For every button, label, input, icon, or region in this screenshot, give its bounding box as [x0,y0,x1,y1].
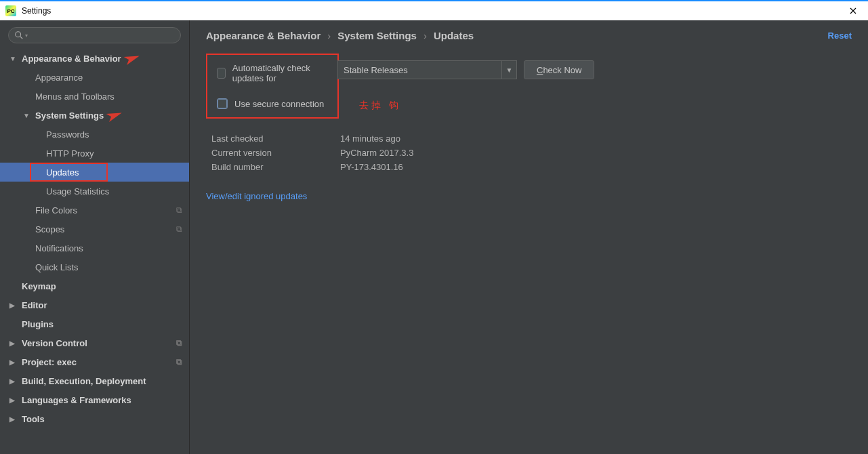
tree-item-label: Passwords [46,129,89,140]
tree-item-plugins[interactable]: Plugins [0,314,189,333]
annotation-arrow-icon: ➤ [121,49,142,68]
tree-item-build-execution-deployment[interactable]: ▶Build, Execution, Deployment [0,371,189,390]
tree-item-label: Notifications [35,243,83,253]
secure-connection-label: Use secure connection [234,99,324,109]
tree-item-menus-and-toolbars[interactable]: Menus and Toolbars [0,87,189,106]
tree-item-label: Editor [22,300,47,310]
chevron-right-icon: ▶ [9,302,18,309]
chevron-right-icon: ▶ [9,377,18,385]
search-dropdown-icon: ▾ [25,33,28,39]
search-input[interactable] [30,30,175,40]
tree-item-version-control[interactable]: ▶Version Control⧉ [0,333,189,352]
tree-item-label: Usage Statistics [46,186,109,197]
tree-item-tools[interactable]: ▶Tools [0,409,189,428]
tree-item-label: Appearance & Behavior [22,54,121,64]
tree-item-http-proxy[interactable]: HTTP Proxy [0,144,189,163]
app-icon: PC [5,5,16,16]
tree-item-appearance-behavior[interactable]: ▼Appearance & Behavior➤ [0,49,189,68]
breadcrumb: Appearance & Behavior › System Settings … [206,30,852,41]
annotation-text: 去掉 钩 [359,100,505,112]
tree-item-label: Tools [22,414,45,424]
build-number-value: PY-173.4301.16 [340,162,403,172]
tree-item-label: Version Control [22,338,87,348]
check-now-button[interactable]: Check Now [524,60,594,79]
tree-item-appearance[interactable]: Appearance [0,68,189,87]
reset-link[interactable]: Reset [828,30,852,41]
auto-check-updates-checkbox[interactable] [217,68,226,79]
last-checked-value: 14 minutes ago [340,133,400,144]
ignored-updates-link[interactable]: View/edit ignored updates [206,191,852,201]
breadcrumb-item[interactable]: Updates [434,30,474,41]
update-channel-select[interactable]: Stable Releases ▼ [337,60,517,79]
search-icon [14,30,24,40]
tree-item-notifications[interactable]: Notifications [0,239,189,257]
tree-item-usage-statistics[interactable]: Usage Statistics [0,182,189,201]
project-scope-icon: ⧉ [176,205,182,215]
project-scope-icon: ⧉ [176,224,182,234]
project-scope-icon: ⧉ [176,338,182,348]
chevron-down-icon: ▼ [501,61,516,79]
content-pane: Appearance & Behavior › System Settings … [190,20,868,454]
svg-point-0 [16,32,21,37]
window-title: Settings [22,6,51,16]
current-version-label: Current version [211,148,340,158]
build-number-label: Build number [211,162,340,172]
chevron-down-icon: ▼ [23,112,31,119]
tree-item-label: Project: exec [22,357,77,367]
update-channel-value: Stable Releases [344,65,408,75]
search-field[interactable]: ▾ [8,27,181,43]
tree-item-editor[interactable]: ▶Editor [0,295,189,314]
annotation-arrow-icon: ➤ [104,106,125,125]
titlebar: PC Settings [0,0,868,20]
tree-item-label: Keymap [22,281,56,291]
chevron-right-icon: ▶ [9,339,18,347]
breadcrumb-item[interactable]: Appearance & Behavior [206,30,321,41]
tree-item-label: Scopes [35,224,64,234]
chevron-right-icon: ▶ [9,358,18,366]
tree-item-keymap[interactable]: Keymap [0,276,189,295]
project-scope-icon: ⧉ [176,357,182,367]
tree-item-label: Plugins [22,319,54,329]
sidebar: ▾ ▼Appearance & Behavior➤AppearanceMenus… [0,20,190,454]
tree-item-languages-frameworks[interactable]: ▶Languages & Frameworks [0,390,189,409]
settings-tree: ▼Appearance & Behavior➤AppearanceMenus a… [0,47,189,454]
info-table: Last checked14 minutes ago Current versi… [211,133,852,176]
tree-item-quick-lists[interactable]: Quick Lists [0,257,189,276]
tree-item-label: Updates [46,167,79,178]
tree-item-file-colors[interactable]: File Colors⧉ [0,201,189,220]
chevron-right-icon: › [327,30,331,41]
tree-item-label: System Settings [35,110,104,121]
chevron-right-icon: › [423,30,427,41]
chevron-right-icon: ▶ [9,396,18,404]
chevron-right-icon: ▶ [9,415,18,423]
tree-item-label: HTTP Proxy [46,148,94,159]
secure-connection-checkbox[interactable] [217,98,228,109]
tree-item-label: Appearance [35,73,83,83]
last-checked-label: Last checked [211,133,340,144]
tree-item-system-settings[interactable]: ▼System Settings➤ [0,106,189,125]
breadcrumb-item[interactable]: System Settings [337,30,417,41]
tree-item-updates[interactable]: Updates [0,163,189,182]
annotation-box: Automatically check updates for Use secu… [206,54,339,119]
tree-item-scopes[interactable]: Scopes⧉ [0,220,189,239]
chevron-down-icon: ▼ [9,55,18,62]
tree-item-label: Quick Lists [35,262,79,272]
close-button[interactable] [838,1,868,20]
tree-item-label: Languages & Frameworks [22,395,131,405]
current-version-value: PyCharm 2017.3.3 [340,148,413,158]
tree-item-passwords[interactable]: Passwords [0,125,189,144]
tree-item-label: Menus and Toolbars [35,91,115,102]
close-icon [850,7,856,14]
tree-item-label: Build, Execution, Deployment [22,376,146,386]
tree-item-label: File Colors [35,205,77,215]
tree-item-project-exec[interactable]: ▶Project: exec⧉ [0,352,189,371]
auto-check-updates-label: Automatically check updates for [232,63,328,83]
